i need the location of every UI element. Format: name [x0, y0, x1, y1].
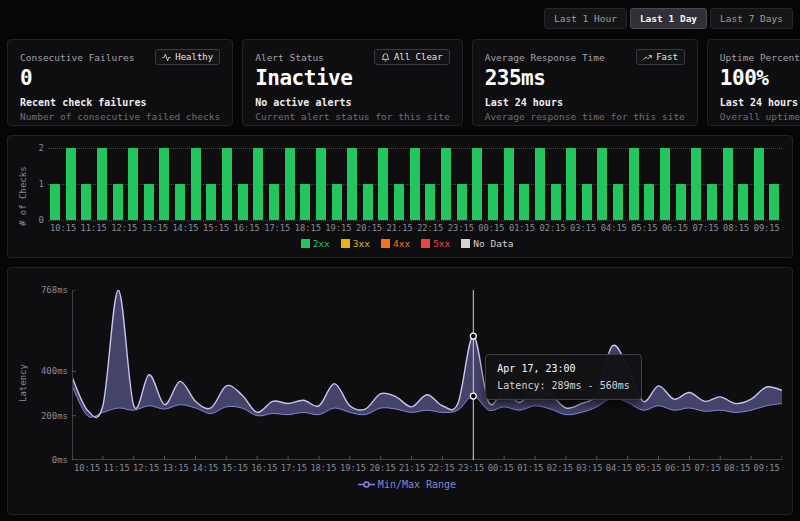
legend-swatch — [381, 239, 390, 248]
check-bar[interactable] — [50, 184, 60, 220]
check-bar[interactable] — [472, 148, 482, 220]
card-description: Overall uptime percentage for this site — [720, 111, 800, 122]
legend-swatch — [461, 239, 470, 248]
check-bar[interactable] — [723, 148, 733, 220]
check-bar[interactable] — [222, 148, 232, 220]
check-bar[interactable] — [159, 148, 169, 220]
check-bar[interactable] — [597, 148, 607, 220]
check-bar[interactable] — [754, 148, 764, 220]
card-description: Average response time for this site — [485, 111, 685, 122]
x-tick-label: 17:15 — [281, 463, 307, 473]
legend-label: 3xx — [353, 238, 370, 249]
card-subtitle: Recent check failures — [20, 97, 220, 108]
status-badge-fast: Fast — [636, 49, 685, 65]
x-tick-label: 02:15 — [540, 223, 566, 233]
check-bar[interactable] — [81, 184, 91, 220]
check-bar[interactable] — [535, 148, 545, 220]
check-bar[interactable] — [238, 184, 248, 220]
stat-card-average-response-time: Average Response Time Fast 235ms Last 24… — [472, 39, 698, 126]
check-bar[interactable] — [269, 184, 279, 220]
latency-svg — [72, 290, 782, 460]
check-bar[interactable] — [582, 184, 592, 220]
x-tick-label: 21:15 — [387, 223, 413, 233]
x-tick-label: 07:15 — [694, 463, 720, 473]
check-bar[interactable] — [175, 184, 185, 220]
x-tick-label: 05:15 — [635, 463, 661, 473]
x-tick-label: 14:15 — [192, 463, 218, 473]
time-range-group: Last 1 Hour Last 1 Day Last 7 Days — [7, 6, 793, 30]
check-bar[interactable] — [285, 148, 295, 220]
card-title: Alert Status — [255, 49, 324, 63]
tooltip-date: Apr 17, 23:00 — [497, 363, 629, 374]
check-bar[interactable] — [457, 184, 467, 220]
check-bar[interactable] — [644, 184, 654, 220]
stat-card-uptime-percentage: Uptime Percentage On Target 100% Last 24… — [707, 39, 800, 126]
check-bar[interactable] — [613, 184, 623, 220]
x-tick-label: 10:15 — [74, 463, 100, 473]
checks-xlabels: 10:1511:1512:1513:1514:1515:1516:1517:15… — [48, 223, 782, 233]
tooltip-latency-range: Latency: 289ms - 560ms — [497, 380, 629, 391]
x-tick-label: 19:15 — [325, 223, 351, 233]
check-bar[interactable] — [629, 148, 639, 220]
check-bar[interactable] — [316, 148, 326, 220]
check-bar[interactable] — [300, 184, 310, 220]
checks-chart-panel: # of Checks 012 10:1511:1512:1513:1514:1… — [7, 135, 793, 258]
check-bar[interactable] — [691, 148, 701, 220]
x-tick-label: 02:15 — [547, 463, 573, 473]
legend-label: 4xx — [393, 238, 410, 249]
check-bar[interactable] — [191, 148, 201, 220]
latency-chart-panel: Latency 768ms400ms200ms0ms Apr 17, 23:00… — [7, 267, 793, 515]
bell-icon — [381, 53, 390, 62]
checks-legend: 2xx3xx4xx5xxNo Data — [32, 238, 782, 249]
check-bar[interactable] — [738, 184, 748, 220]
checks-plot[interactable] — [48, 148, 782, 220]
check-bar[interactable] — [410, 148, 420, 220]
y-tick-label: 1 — [39, 179, 44, 189]
time-range-last-7-days[interactable]: Last 7 Days — [710, 8, 793, 29]
check-bar[interactable] — [253, 148, 263, 220]
check-bar[interactable] — [347, 148, 357, 220]
legend-item-4xx: 4xx — [381, 238, 410, 249]
check-bar[interactable] — [660, 148, 670, 220]
time-range-last-1-hour[interactable]: Last 1 Hour — [544, 8, 627, 29]
legend-label: Min/Max Range — [378, 479, 456, 490]
latency-yticks: 768ms400ms200ms0ms — [32, 290, 72, 460]
check-bar[interactable] — [128, 148, 138, 220]
check-bar[interactable] — [488, 184, 498, 220]
legend-label: 2xx — [313, 238, 330, 249]
check-bar[interactable] — [378, 148, 388, 220]
check-bar[interactable] — [769, 184, 779, 220]
check-bar[interactable] — [363, 184, 373, 220]
check-bar[interactable] — [441, 148, 451, 220]
check-bar[interactable] — [504, 148, 514, 220]
check-bar[interactable] — [676, 184, 686, 220]
card-value: 0 — [20, 66, 220, 90]
check-bar[interactable] — [566, 148, 576, 220]
latency-tooltip: Apr 17, 23:00 Latency: 289ms - 560ms — [485, 354, 641, 400]
time-range-last-1-day[interactable]: Last 1 Day — [630, 8, 707, 29]
badge-label: Fast — [656, 52, 678, 62]
check-bar[interactable] — [97, 148, 107, 220]
x-tick-label: 06:15 — [665, 463, 691, 473]
activity-icon — [162, 53, 171, 62]
card-subtitle: Last 24 hours — [720, 97, 800, 108]
x-tick-label: 00:15 — [488, 463, 514, 473]
legend-item-5xx: 5xx — [421, 238, 450, 249]
check-bar[interactable] — [144, 184, 154, 220]
check-bar[interactable] — [551, 184, 561, 220]
x-tick-label: 13:15 — [142, 223, 168, 233]
check-bar[interactable] — [66, 148, 76, 220]
check-bar[interactable] — [425, 184, 435, 220]
check-bar[interactable] — [394, 184, 404, 220]
card-subtitle: Last 24 hours — [485, 97, 685, 108]
check-bar[interactable] — [707, 184, 717, 220]
x-tick-label: 04:15 — [601, 223, 627, 233]
x-tick-label: 08:15 — [724, 463, 750, 473]
y-tick-label: 400ms — [41, 366, 68, 376]
latency-y-axis-label: Latency — [18, 276, 32, 490]
check-bar[interactable] — [519, 184, 529, 220]
check-bar[interactable] — [113, 184, 123, 220]
check-bar[interactable] — [332, 184, 342, 220]
latency-plot[interactable]: Apr 17, 23:00 Latency: 289ms - 560ms — [72, 290, 782, 460]
check-bar[interactable] — [206, 184, 216, 220]
